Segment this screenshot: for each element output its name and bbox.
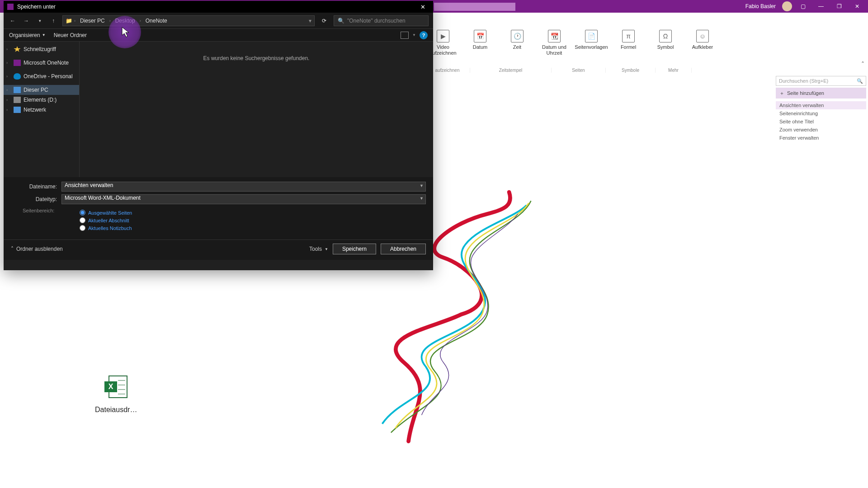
breadcrumb-seg-2[interactable]: OneNote (143, 17, 170, 25)
onenote-app-icon (7, 4, 14, 10)
plus-icon: ＋ (779, 90, 784, 97)
tree-item-dieser-pc[interactable]: ›Dieser PC (4, 85, 79, 95)
file-attachment[interactable]: X Dateiausdr… (95, 373, 137, 414)
page-range-label: Seitenbereich: (23, 208, 59, 213)
page-item[interactable]: Ansichten verwalten (776, 101, 866, 109)
tree-item-microsoft-onenote[interactable]: ›Microsoft OneNote (4, 58, 79, 68)
save-as-dialog: Speichern unter ✕ ← → ▾ ↑ 📁 › Dieser PC … (4, 1, 433, 270)
chevron-down-icon[interactable]: ▼ (412, 33, 416, 37)
chevron-down-icon: ▼ (42, 33, 46, 37)
back-icon[interactable]: ← (8, 16, 17, 25)
dialog-titlebar: Speichern unter ✕ (4, 1, 433, 13)
ribbon-item-1[interactable]: 📅Datum (467, 30, 494, 50)
avatar[interactable] (782, 1, 792, 11)
chevron-right-icon[interactable]: › (74, 19, 75, 23)
tree-label: Elements (D:) (24, 97, 57, 103)
dialog-close-button[interactable]: ✕ (416, 1, 429, 13)
ribbon-item-0[interactable]: ▶Video aufzeichnen (429, 30, 457, 56)
cancel-button[interactable]: Abbrechen (381, 244, 426, 254)
ribbon-group-label: Symbole (606, 68, 656, 73)
chevron-right-icon[interactable]: › (6, 108, 11, 112)
ribbon-item-6[interactable]: ΩSymbol (652, 30, 679, 50)
ribbon-label: Seitenvorlagen (575, 44, 608, 50)
close-icon[interactable]: ✕ (850, 2, 864, 11)
breadcrumb-seg-1[interactable]: Desktop (113, 17, 138, 25)
tools-button[interactable]: Tools ▼ (309, 246, 328, 252)
filename-value: Ansichten verwalten (65, 182, 113, 188)
chevron-right-icon[interactable]: › (6, 98, 11, 102)
file-list-area: Es wurden keine Suchergebnisse gefunden. (80, 42, 433, 177)
breadcrumb-dropdown-icon[interactable]: ▾ (309, 18, 311, 24)
chevron-right-icon[interactable]: › (109, 19, 111, 23)
maximize-icon[interactable]: ❐ (832, 2, 846, 11)
page-item[interactable]: Fenster verwalten (776, 134, 866, 142)
filename-input[interactable]: Ansichten verwalten ▼ (61, 182, 426, 192)
filetype-select[interactable]: Microsoft Word-XML-Dokument ▼ (61, 194, 426, 204)
tree-item-netzwerk[interactable]: ›Netzwerk (4, 105, 79, 115)
filetype-label: Dateityp: (11, 196, 61, 202)
ribbon-icon: 📆 (548, 30, 561, 42)
net-icon (14, 107, 21, 113)
ribbon-item-3[interactable]: 📆Datum und Uhrzeit (541, 30, 568, 56)
radio-current-section[interactable]: Aktueller Abschnitt (80, 216, 132, 224)
page-item[interactable]: Zoom verwenden (776, 126, 866, 134)
save-button[interactable]: Speichern (333, 244, 376, 254)
radio-label: Ausgewählte Seiten (88, 210, 132, 216)
chevron-right-icon[interactable]: › (6, 88, 11, 92)
chevron-right-icon[interactable]: › (6, 61, 11, 65)
chevron-down-icon: ▼ (325, 247, 328, 251)
radio-selected-pages[interactable]: Ausgewählte Seiten (80, 209, 132, 216)
ribbon-item-2[interactable]: 🕐Zeit (504, 30, 531, 50)
hide-folders-button[interactable]: ˄ Ordner ausblenden (11, 246, 63, 252)
tree-label: Schnellzugriff (24, 46, 56, 52)
add-page-button[interactable]: ＋ Seite hinzufügen (776, 88, 866, 99)
forward-icon[interactable]: → (22, 16, 31, 25)
ribbon-label: Aufkleber (692, 44, 713, 50)
ribbon-item-7[interactable]: ☺Aufkleber (689, 30, 716, 50)
tree-label: Microsoft OneNote (24, 60, 69, 66)
dialog-form: Dateiname: Ansichten verwalten ▼ Dateity… (4, 177, 433, 239)
onenote-icon (14, 60, 21, 66)
chevron-right-icon[interactable]: › (6, 74, 11, 79)
view-options-button[interactable] (401, 32, 409, 39)
drive-icon (14, 97, 21, 103)
refresh-icon[interactable]: ⟳ (319, 16, 329, 26)
ribbon-display-icon[interactable]: ▢ (796, 2, 810, 11)
ribbon-item-4[interactable]: 📄Seitenvorlagen (578, 30, 605, 50)
chevron-right-icon[interactable]: › (140, 19, 141, 23)
breadcrumb-seg-0[interactable]: Dieser PC (77, 17, 108, 25)
chevron-down-icon[interactable]: ▼ (420, 196, 424, 201)
chevron-right-icon[interactable]: › (6, 47, 11, 52)
ribbon-label: Datum und Uhrzeit (542, 44, 566, 56)
tree-item-elements-d-[interactable]: ›Elements (D:) (4, 95, 79, 105)
svg-text:X: X (108, 383, 113, 390)
recent-dropdown-icon[interactable]: ▾ (35, 16, 44, 25)
new-folder-button[interactable]: Neuer Ordner (54, 32, 87, 38)
excel-icon: X (103, 373, 130, 400)
page-item[interactable]: Seite ohne Titel (776, 117, 866, 126)
minimize-icon[interactable]: — (814, 2, 828, 11)
dialog-title: Speichern unter (17, 4, 416, 10)
ribbon-icon: π (622, 30, 635, 42)
ribbon-group-label: Seiten (552, 68, 606, 73)
tree-item-schnellzugriff[interactable]: ›Schnellzugriff (4, 44, 79, 54)
up-icon[interactable]: ↑ (49, 16, 58, 25)
title-search-bar[interactable] (434, 3, 515, 11)
help-icon[interactable]: ? (420, 31, 428, 39)
ribbon-label: Symbol (657, 44, 674, 50)
dialog-nav: ← → ▾ ↑ 📁 › Dieser PC › Desktop › OneNot… (4, 13, 433, 29)
ribbon-icon: 🕐 (511, 30, 524, 42)
page-item[interactable]: Seiteneinrichtung (776, 109, 866, 117)
page-search-input[interactable]: Durchsuchen (Strg+E) 🔍 (776, 76, 866, 86)
collapse-ribbon-icon[interactable]: ˄ (861, 61, 864, 68)
radio-current-notebook[interactable]: Aktuelles Notizbuch (80, 224, 132, 232)
search-placeholder: "OneNote" durchsuchen (347, 18, 406, 24)
tree-item-onedrive-personal[interactable]: ›OneDrive - Personal (4, 71, 79, 81)
organize-button[interactable]: Organisieren ▼ (9, 32, 46, 38)
folder-search-input[interactable]: 🔍 "OneNote" durchsuchen (334, 15, 429, 26)
page-panel: Durchsuchen (Strg+E) 🔍 ＋ Seite hinzufüge… (776, 76, 866, 142)
ribbon-icon: 📄 (585, 30, 598, 42)
breadcrumb[interactable]: 📁 › Dieser PC › Desktop › OneNote ▾ (62, 15, 315, 26)
ribbon-item-5[interactable]: πFormel (615, 30, 642, 50)
chevron-down-icon[interactable]: ▼ (420, 183, 424, 188)
